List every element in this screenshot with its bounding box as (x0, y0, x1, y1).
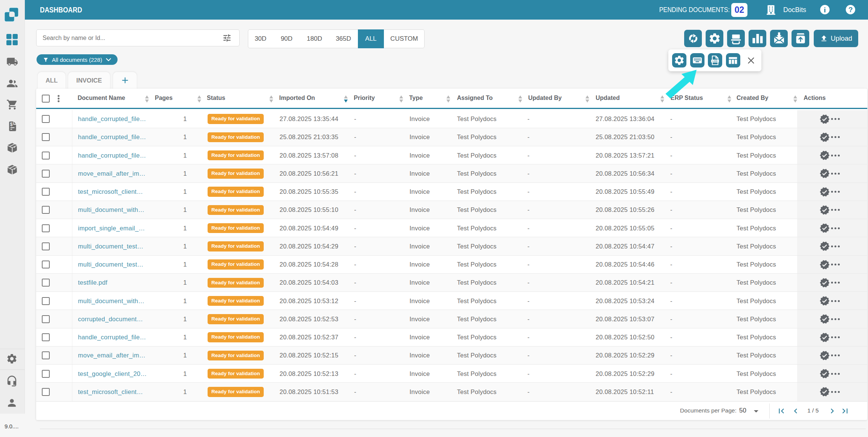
svg-text:$: $ (10, 122, 13, 127)
svg-text:LOG: LOG (712, 60, 718, 62)
